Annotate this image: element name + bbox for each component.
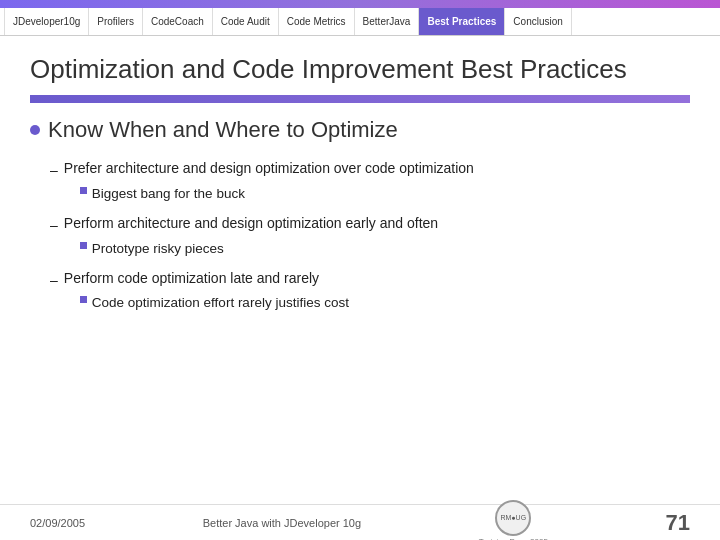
nav-item-code-audit[interactable]: Code Audit	[213, 8, 279, 35]
sub-items: –Prefer architecture and design optimiza…	[30, 157, 690, 315]
nav-item-profilers[interactable]: Profilers	[89, 8, 143, 35]
dash-symbol: –	[50, 214, 58, 238]
bullet-heading: Know When and Where to Optimize	[30, 117, 690, 143]
nav-item-codecoach[interactable]: CodeCoach	[143, 8, 213, 35]
dash-main-text: Perform architecture and design optimiza…	[64, 212, 438, 236]
nav-item-jdeveloper10g[interactable]: JDeveloper10g	[4, 8, 89, 35]
footer-logo: RM●UG Training Days 2005	[479, 500, 548, 541]
slide-title: Optimization and Code Improvement Best P…	[30, 54, 690, 85]
accent-bar	[30, 95, 690, 103]
footer: 02/09/2005 Better Java with JDeveloper 1…	[0, 504, 720, 540]
dash-item: –Prefer architecture and design optimiza…	[50, 157, 690, 206]
bullet-icon	[30, 125, 40, 135]
sub-sub-item: Biggest bang for the buck	[64, 183, 474, 206]
footer-subtext: Training Days 2005	[479, 537, 548, 541]
dash-main-text: Prefer architecture and design optimizat…	[64, 157, 474, 181]
nav-item-best-practices[interactable]: Best Practices	[419, 8, 505, 35]
nav-item-conclusion[interactable]: Conclusion	[505, 8, 571, 35]
main-content: Optimization and Code Improvement Best P…	[0, 36, 720, 331]
footer-page-number: 71	[665, 510, 689, 536]
logo-circle: RM●UG	[495, 500, 531, 536]
sub-sub-item: Prototype risky pieces	[64, 238, 438, 261]
footer-center-text: Better Java with JDeveloper 10g	[203, 517, 361, 529]
sub-sub-text: Biggest bang for the buck	[92, 183, 245, 206]
sub-bullet-square	[80, 187, 87, 194]
nav-item-betterjava[interactable]: BetterJava	[355, 8, 420, 35]
footer-date: 02/09/2005	[30, 517, 85, 529]
sub-bullet-square	[80, 242, 87, 249]
dash-text-block: Prefer architecture and design optimizat…	[64, 157, 474, 206]
dash-text-block: Perform architecture and design optimiza…	[64, 212, 438, 261]
sub-sub-text: Prototype risky pieces	[92, 238, 224, 261]
bullet-heading-text: Know When and Where to Optimize	[48, 117, 398, 143]
sub-sub-item: Code optimization effort rarely justifie…	[64, 292, 349, 315]
dash-text-block: Perform code optimization late and rarel…	[64, 267, 349, 316]
sub-bullet-square	[80, 296, 87, 303]
logo-text: RM●UG	[500, 514, 526, 522]
dash-item: –Perform code optimization late and rare…	[50, 267, 690, 316]
nav-item-code-metrics[interactable]: Code Metrics	[279, 8, 355, 35]
dash-main-text: Perform code optimization late and rarel…	[64, 267, 349, 291]
sub-sub-text: Code optimization effort rarely justifie…	[92, 292, 349, 315]
top-strip	[0, 0, 720, 8]
dash-symbol: –	[50, 269, 58, 293]
dash-symbol: –	[50, 159, 58, 183]
dash-item: –Perform architecture and design optimiz…	[50, 212, 690, 261]
nav-bar: JDeveloper10gProfilersCodeCoachCode Audi…	[0, 8, 720, 36]
